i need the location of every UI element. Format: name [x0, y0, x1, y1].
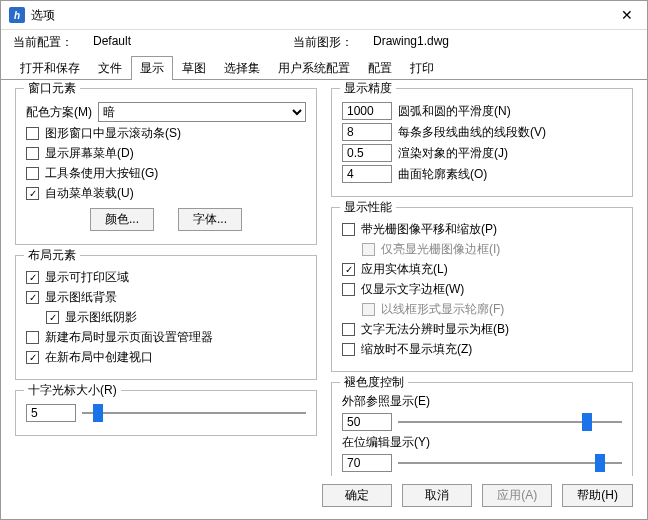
fonts-button[interactable]: 字体... [178, 208, 242, 231]
group-fade-control: 褪色度控制 外部参照显示(E) 在位编辑显示(Y) [331, 382, 633, 476]
ok-button[interactable]: 确定 [322, 484, 392, 507]
cb-scrollbars[interactable] [26, 127, 39, 140]
xref-fade-label: 外部参照显示(E) [342, 393, 622, 410]
color-scheme-label: 配色方案(M) [26, 104, 92, 121]
cb-create-viewport[interactable] [26, 351, 39, 364]
cb-scrollbars-label: 图形窗口中显示滚动条(S) [45, 125, 181, 142]
cb-solid-fill[interactable] [342, 263, 355, 276]
colors-button[interactable]: 颜色... [90, 208, 154, 231]
inplace-fade-slider[interactable] [398, 454, 622, 472]
cancel-button[interactable]: 取消 [402, 484, 472, 507]
tab-bar: 打开和保存 文件 显示 草图 选择集 用户系统配置 配置 打印 [1, 55, 647, 80]
dialog-footer: 确定 取消 应用(A) 帮助(H) [1, 476, 647, 519]
group-crosshair-title: 十字光标大小(R) [24, 382, 121, 399]
group-layout-elements-title: 布局元素 [24, 247, 80, 264]
cb-screen-menu-label: 显示屏幕菜单(D) [45, 145, 134, 162]
cb-text-as-box-label: 文字无法分辨时显示为框(B) [361, 321, 509, 338]
cb-paper-shadow[interactable] [46, 311, 59, 324]
polyline-segments-input[interactable] [342, 123, 392, 141]
polyline-segments-label: 每条多段线曲线的线段数(V) [398, 124, 546, 141]
cb-large-buttons[interactable] [26, 167, 39, 180]
cb-wireframe-silhouette [362, 303, 375, 316]
cb-raster-frame-only-label: 仅亮显光栅图像边框(I) [381, 241, 500, 258]
crosshair-size-slider[interactable] [82, 404, 306, 422]
cb-text-frame-only[interactable] [342, 283, 355, 296]
tab-open-save[interactable]: 打开和保存 [11, 56, 89, 80]
current-drawing-value: Drawing1.dwg [373, 34, 573, 51]
group-crosshair: 十字光标大小(R) [15, 390, 317, 436]
group-display-precision-title: 显示精度 [340, 80, 396, 97]
apply-button[interactable]: 应用(A) [482, 484, 552, 507]
group-fade-control-title: 褪色度控制 [340, 374, 408, 391]
cb-large-buttons-label: 工具条使用大按钮(G) [45, 165, 158, 182]
cb-no-fill-on-zoom[interactable] [342, 343, 355, 356]
tab-config[interactable]: 配置 [359, 56, 401, 80]
group-window-elements-title: 窗口元素 [24, 80, 80, 97]
crosshair-size-input[interactable] [26, 404, 76, 422]
cb-screen-menu[interactable] [26, 147, 39, 160]
window-title: 选项 [31, 7, 55, 24]
xref-fade-input[interactable] [342, 413, 392, 431]
cb-auto-menu-load-label: 自动菜单装载(U) [45, 185, 134, 202]
xref-fade-slider[interactable] [398, 413, 622, 431]
surface-contour-input[interactable] [342, 165, 392, 183]
cb-wireframe-silhouette-label: 以线框形式显示轮廓(F) [381, 301, 504, 318]
tab-selection[interactable]: 选择集 [215, 56, 269, 80]
tab-display[interactable]: 显示 [131, 56, 173, 80]
tab-file[interactable]: 文件 [89, 56, 131, 80]
inplace-fade-label: 在位编辑显示(Y) [342, 434, 622, 451]
cb-raster-frame-only [362, 243, 375, 256]
cb-raster-pan-zoom-label: 带光栅图像平移和缩放(P) [361, 221, 497, 238]
group-display-performance: 显示性能 带光栅图像平移和缩放(P) 仅亮显光栅图像边框(I) 应用实体填充(L… [331, 207, 633, 372]
options-dialog: h 选项 ✕ 当前配置： Default 当前图形： Drawing1.dwg … [0, 0, 648, 520]
arc-smoothness-input[interactable] [342, 102, 392, 120]
render-smoothness-label: 渲染对象的平滑度(J) [398, 145, 508, 162]
cb-text-frame-only-label: 仅显示文字边框(W) [361, 281, 464, 298]
close-icon[interactable]: ✕ [615, 7, 639, 23]
tab-user-system[interactable]: 用户系统配置 [269, 56, 359, 80]
render-smoothness-input[interactable] [342, 144, 392, 162]
cb-printable-area-label: 显示可打印区域 [45, 269, 129, 286]
cb-raster-pan-zoom[interactable] [342, 223, 355, 236]
cb-printable-area[interactable] [26, 271, 39, 284]
cb-page-setup-mgr-label: 新建布局时显示页面设置管理器 [45, 329, 213, 346]
group-layout-elements: 布局元素 显示可打印区域 显示图纸背景 显示图纸阴影 新建布局时显示页面设置管理… [15, 255, 317, 380]
cb-page-setup-mgr[interactable] [26, 331, 39, 344]
current-config-label: 当前配置： [13, 34, 93, 51]
cb-solid-fill-label: 应用实体填充(L) [361, 261, 448, 278]
current-config-value: Default [93, 34, 293, 51]
tab-print[interactable]: 打印 [401, 56, 443, 80]
current-drawing-label: 当前图形： [293, 34, 373, 51]
cb-text-as-box[interactable] [342, 323, 355, 336]
help-button[interactable]: 帮助(H) [562, 484, 633, 507]
cb-auto-menu-load[interactable] [26, 187, 39, 200]
arc-smoothness-label: 圆弧和圆的平滑度(N) [398, 103, 511, 120]
group-display-precision: 显示精度 圆弧和圆的平滑度(N) 每条多段线曲线的线段数(V) 渲染对象的平滑度… [331, 88, 633, 197]
color-scheme-select[interactable]: 暗 [98, 102, 306, 122]
titlebar: h 选项 ✕ [1, 1, 647, 30]
group-display-performance-title: 显示性能 [340, 199, 396, 216]
cb-paper-bg-label: 显示图纸背景 [45, 289, 117, 306]
cb-paper-bg[interactable] [26, 291, 39, 304]
inplace-fade-input[interactable] [342, 454, 392, 472]
app-icon: h [9, 7, 25, 23]
cb-paper-shadow-label: 显示图纸阴影 [65, 309, 137, 326]
group-window-elements: 窗口元素 配色方案(M) 暗 图形窗口中显示滚动条(S) 显示屏幕菜单(D) 工… [15, 88, 317, 245]
cb-no-fill-on-zoom-label: 缩放时不显示填充(Z) [361, 341, 472, 358]
cb-create-viewport-label: 在新布局中创建视口 [45, 349, 153, 366]
config-info-row: 当前配置： Default 当前图形： Drawing1.dwg [1, 30, 647, 53]
surface-contour-label: 曲面轮廓素线(O) [398, 166, 487, 183]
tab-sketch[interactable]: 草图 [173, 56, 215, 80]
